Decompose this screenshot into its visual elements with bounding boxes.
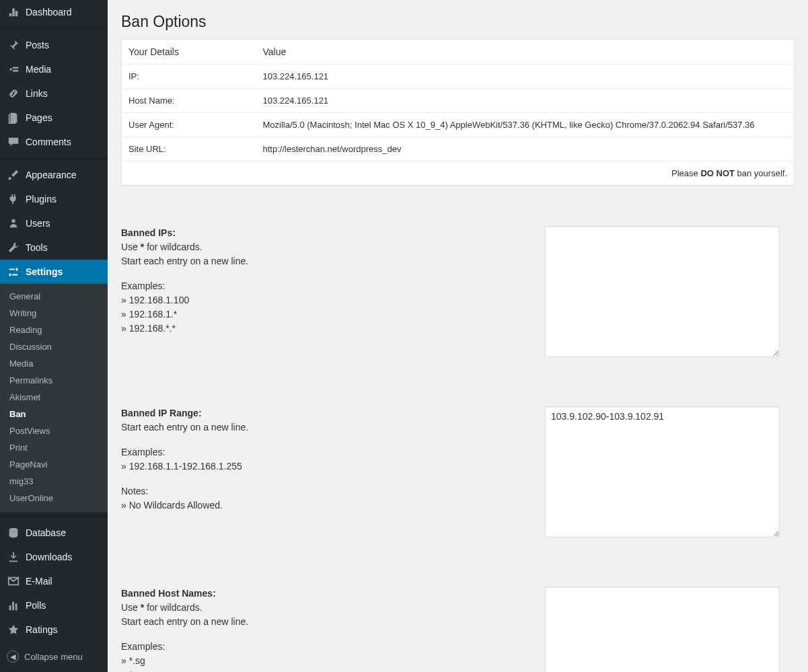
collapse-icon: ◀ bbox=[7, 650, 19, 663]
warning-row: Please DO NOT ban yourself. bbox=[122, 161, 795, 186]
row-label-ip: IP: bbox=[122, 65, 256, 89]
sidebar-label: Dashboard bbox=[26, 7, 72, 17]
label-banned-ips: Banned IPs: Use * for wildcards. Start e… bbox=[121, 226, 545, 336]
sidebar-item-appearance[interactable]: Appearance bbox=[0, 163, 108, 187]
sidebar-item-ratings[interactable]: Ratings bbox=[0, 618, 108, 642]
submenu-akismet[interactable]: Akismet bbox=[0, 389, 108, 406]
download-icon bbox=[7, 550, 20, 564]
content-area: Ban Options Your Details Value IP: 103.2… bbox=[108, 0, 808, 672]
your-details-table: Your Details Value IP: 103.224.165.121 H… bbox=[121, 39, 795, 186]
sidebar-item-media[interactable]: Media bbox=[0, 57, 108, 81]
menu-separator bbox=[0, 515, 108, 518]
heading-banned-ips: Banned IPs: bbox=[121, 227, 176, 238]
star-icon bbox=[7, 623, 20, 636]
submenu-reading[interactable]: Reading bbox=[0, 322, 108, 338]
sidebar-label: Plugins bbox=[26, 194, 57, 204]
sidebar-label: Ratings bbox=[26, 624, 57, 635]
settings-submenu: General Writing Reading Discussion Media… bbox=[0, 284, 108, 512]
sidebar-label: Settings bbox=[26, 266, 63, 277]
row-banned-ips: Banned IPs: Use * for wildcards. Start e… bbox=[121, 226, 795, 359]
plug-icon bbox=[7, 192, 20, 206]
row-banned-hosts: Banned Host Names: Use * for wildcards. … bbox=[121, 587, 795, 672]
submenu-print[interactable]: Print bbox=[0, 439, 108, 456]
sidebar-label: E-Mail bbox=[26, 576, 52, 587]
sidebar-item-settings[interactable]: Settings bbox=[0, 260, 108, 284]
pin-icon bbox=[7, 38, 20, 52]
admin-sidebar: Dashboard Posts Media Links Pages Commen… bbox=[0, 0, 108, 672]
submenu-discussion[interactable]: Discussion bbox=[0, 338, 108, 355]
sidebar-item-database[interactable]: Database bbox=[0, 521, 108, 545]
sidebar-label: Appearance bbox=[26, 170, 77, 180]
comments-icon bbox=[7, 135, 20, 149]
row-value-url: http://lesterchan.net/wordpress_dev bbox=[256, 137, 795, 161]
link-icon bbox=[7, 87, 20, 100]
wrench-icon bbox=[7, 241, 20, 254]
label-banned-ip-range: Banned IP Range: Start each entry on a n… bbox=[121, 406, 545, 513]
table-row: IP: 103.224.165.121 bbox=[122, 65, 795, 89]
sidebar-label: Pages bbox=[26, 112, 52, 123]
row-value-host: 103.224.165.121 bbox=[256, 89, 795, 113]
sidebar-label: Comments bbox=[26, 137, 71, 147]
menu-separator bbox=[0, 27, 108, 30]
heading-banned-ip-range: Banned IP Range: bbox=[121, 408, 202, 418]
collapse-menu[interactable]: ◀ Collapse menu bbox=[0, 645, 108, 672]
sidebar-item-email[interactable]: E-Mail bbox=[0, 569, 108, 593]
sidebar-label: Tools bbox=[26, 242, 48, 253]
submenu-useronline[interactable]: UserOnline bbox=[0, 490, 108, 507]
mail-icon bbox=[7, 574, 20, 588]
sidebar-label: Posts bbox=[26, 40, 49, 50]
svg-point-1 bbox=[11, 219, 15, 223]
table-row: User Agent: Mozilla/5.0 (Macintosh; Inte… bbox=[122, 113, 795, 137]
sidebar-item-tools[interactable]: Tools bbox=[0, 235, 108, 260]
dashboard-icon bbox=[7, 5, 20, 19]
brush-icon bbox=[7, 168, 20, 182]
page-title: Ban Options bbox=[121, 7, 795, 34]
row-label-url: Site URL: bbox=[122, 137, 256, 161]
svg-point-0 bbox=[10, 68, 13, 71]
chart-icon bbox=[7, 599, 20, 612]
sidebar-label: Media bbox=[26, 64, 51, 75]
row-value-ua: Mozilla/5.0 (Macintosh; Intel Mac OS X 1… bbox=[256, 113, 795, 137]
heading-banned-hosts: Banned Host Names: bbox=[121, 588, 216, 599]
pages-icon bbox=[7, 111, 20, 124]
sidebar-label: Links bbox=[26, 88, 48, 99]
th-value: Value bbox=[256, 40, 795, 65]
sidebar-item-links[interactable]: Links bbox=[0, 81, 108, 106]
row-label-ua: User Agent: bbox=[122, 113, 256, 137]
sidebar-label: Downloads bbox=[26, 552, 72, 562]
sidebar-item-users[interactable]: Users bbox=[0, 211, 108, 235]
submenu-mig33[interactable]: mig33 bbox=[0, 473, 108, 490]
menu-separator bbox=[0, 157, 108, 160]
sidebar-item-dashboard[interactable]: Dashboard bbox=[0, 0, 108, 24]
submenu-pagenavi[interactable]: PageNavi bbox=[0, 456, 108, 473]
media-icon bbox=[7, 63, 20, 76]
svg-point-2 bbox=[9, 528, 18, 531]
submenu-ban[interactable]: Ban bbox=[0, 406, 108, 422]
submenu-writing[interactable]: Writing bbox=[0, 305, 108, 322]
row-label-host: Host Name: bbox=[122, 89, 256, 113]
sidebar-item-pages[interactable]: Pages bbox=[0, 106, 108, 130]
sidebar-label: Users bbox=[26, 218, 50, 229]
sidebar-item-plugins[interactable]: Plugins bbox=[0, 187, 108, 211]
sidebar-item-polls[interactable]: Polls bbox=[0, 593, 108, 618]
warn-strong: DO NOT bbox=[700, 168, 735, 178]
submenu-permalinks[interactable]: Permalinks bbox=[0, 372, 108, 389]
sidebar-item-comments[interactable]: Comments bbox=[0, 130, 108, 154]
sidebar-item-downloads[interactable]: Downloads bbox=[0, 545, 108, 569]
submenu-postviews[interactable]: PostViews bbox=[0, 422, 108, 439]
users-icon bbox=[7, 217, 20, 230]
sidebar-item-posts[interactable]: Posts bbox=[0, 33, 108, 57]
banned-hosts-textarea[interactable] bbox=[545, 587, 780, 672]
submenu-media[interactable]: Media bbox=[0, 355, 108, 372]
submenu-general[interactable]: General bbox=[0, 288, 108, 305]
row-banned-ip-range: Banned IP Range: Start each entry on a n… bbox=[121, 406, 795, 539]
row-value-ip: 103.224.165.121 bbox=[256, 65, 795, 89]
sliders-icon bbox=[7, 265, 20, 278]
label-banned-hosts: Banned Host Names: Use * for wildcards. … bbox=[121, 587, 545, 672]
banned-ips-textarea[interactable] bbox=[545, 226, 780, 357]
banned-ip-range-textarea[interactable] bbox=[545, 406, 780, 537]
ban-form: Banned IPs: Use * for wildcards. Start e… bbox=[121, 226, 795, 672]
sidebar-label: Database bbox=[26, 527, 66, 538]
warn-post: ban yourself. bbox=[735, 168, 787, 178]
warn-pre: Please bbox=[671, 168, 700, 178]
